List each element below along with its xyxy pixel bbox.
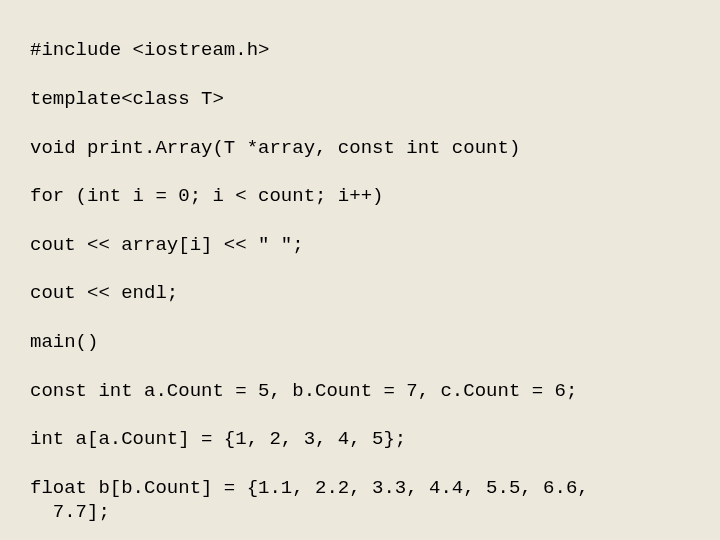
code-line: cout << endl;: [30, 281, 720, 305]
code-block: #include <iostream.h> template<class T> …: [0, 0, 720, 540]
code-line: int a[a.Count] = {1, 2, 3, 4, 5};: [30, 427, 720, 451]
code-line: main(): [30, 330, 720, 354]
code-line: for (int i = 0; i < count; i++): [30, 184, 720, 208]
code-line: #include <iostream.h>: [30, 38, 720, 62]
code-line: template<class T>: [30, 87, 720, 111]
code-line: void print.Array(T *array, const int cou…: [30, 136, 720, 160]
code-line: float b[b.Count] = {1.1, 2.2, 3.3, 4.4, …: [30, 476, 720, 525]
code-line: const int a.Count = 5, b.Count = 7, c.Co…: [30, 379, 720, 403]
code-line: cout << array[i] << " ";: [30, 233, 720, 257]
